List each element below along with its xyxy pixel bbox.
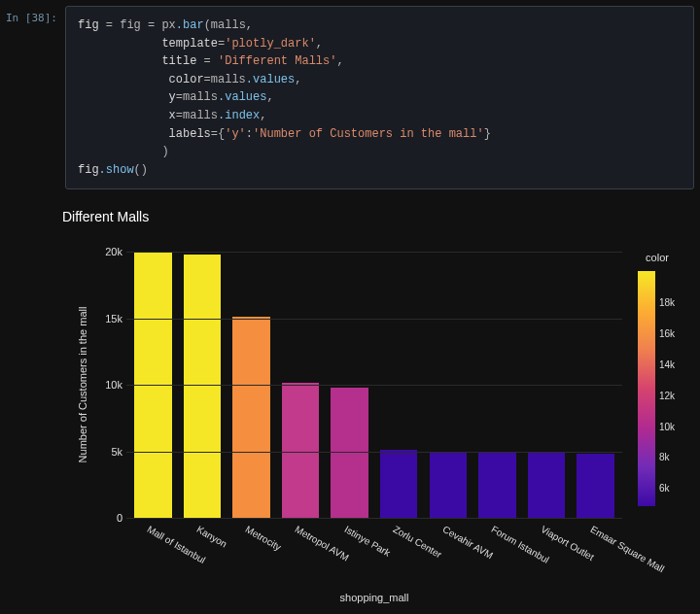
y-tick-label: 5k [93,446,122,458]
colorbar-tick: 12k [659,390,675,400]
x-tick-label: Emaar Square Mall [588,524,666,574]
code-editor[interactable]: fig = fig = px.bar(malls, template='plot… [65,6,694,189]
bar-slot: Zorlu Center [374,450,424,518]
bar-slot: Viaport Outlet [522,453,572,518]
plotly-chart[interactable]: Different Malls Number of Customers in t… [56,207,688,614]
bar[interactable] [184,255,221,518]
y-tick-label: 10k [93,379,122,391]
grid-line [126,252,622,253]
colorbar-gradient [638,271,655,506]
y-tick-label: 20k [93,246,122,257]
cell-prompt: In [38]: [6,6,65,189]
colorbar-tick: 6k [659,483,670,494]
bar-slot: Kanyon [178,255,228,518]
x-tick-label: Metropol AVM [294,524,351,563]
x-tick-label: Zorlu Center [392,524,444,560]
colorbar-tick: 16k [659,328,675,339]
bar[interactable] [282,383,319,519]
colorbar-tick: 10k [659,421,675,431]
y-tick-label: 0 [93,512,122,524]
chart-title: Different Malls [56,207,688,224]
bar[interactable] [232,317,269,518]
output-area: Different Malls Number of Customers in t… [0,189,700,614]
grid-line [126,518,622,519]
bar-slot: Metropol AVM [276,383,326,519]
colorbar-title: color [632,252,682,263]
bar[interactable] [528,453,565,518]
bar-slot: Istinye Park [325,388,374,518]
grid-line [126,319,622,320]
bar[interactable] [430,452,467,519]
colorbar: color 6k8k10k12k14k16k18k [632,252,682,518]
bar-slot: Metrocity [227,317,276,518]
colorbar-tick: 18k [659,297,675,308]
grid-line [126,385,622,386]
y-axis-label: Number of Customers in the mall [76,252,89,518]
y-tick-label: 15k [93,313,122,324]
plot-region: Mall of IstanbulKanyonMetrocityMetropol … [126,252,622,518]
code-cell: In [38]: fig = fig = px.bar(malls, templ… [0,0,700,189]
x-tick-label: Cevahir AVM [440,524,494,561]
bar[interactable] [380,450,417,518]
colorbar-tick: 14k [659,358,675,369]
bar[interactable] [331,388,368,518]
bar-slot: Emaar Square Mall [571,454,620,518]
grid-line [126,452,622,453]
bar[interactable] [577,454,613,518]
bar[interactable] [478,453,515,519]
x-tick-label: Kanyon [194,524,228,549]
bar-slot: Forum Istanbul [472,453,522,519]
colorbar-tick: 8k [659,452,670,462]
bar-slot: Cevahir AVM [424,452,473,519]
x-tick-label: Metrocity [244,524,284,553]
x-axis-label: shopping_mall [126,592,622,603]
